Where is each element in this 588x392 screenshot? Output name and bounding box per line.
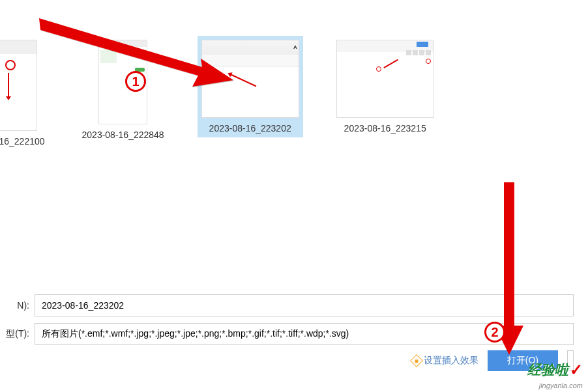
insert-effect-link[interactable]: 设置插入效果: [412, 355, 478, 367]
file-label: 2023-08-16_223215: [344, 123, 426, 133]
dialog-button-row: 设置插入效果 打开(O): [0, 350, 574, 371]
file-thumbnail: [0, 40, 37, 131]
watermark-url: jingyanla.com: [539, 382, 583, 389]
filename-label: N):: [0, 300, 29, 311]
filename-row: N):: [0, 294, 574, 316]
watermark-text: 经验啦: [527, 361, 568, 379]
filetype-label: 型(T):: [0, 328, 29, 340]
diamond-icon: [410, 354, 423, 367]
watermark: 经验啦 ✓: [527, 361, 583, 379]
annotation-badge-2: 2: [484, 322, 505, 343]
annotation-badge-1: 1: [125, 71, 146, 92]
file-item[interactable]: 2023-08-16_223215: [332, 36, 438, 137]
checkmark-icon: ✓: [570, 361, 583, 379]
file-label: 2023-08-16_223202: [209, 123, 291, 133]
file-thumbnail: [336, 40, 434, 118]
insert-effect-label: 设置插入效果: [424, 355, 478, 367]
file-label: 3-16_222100: [0, 136, 45, 147]
file-label: 2023-08-16_222848: [82, 130, 164, 140]
